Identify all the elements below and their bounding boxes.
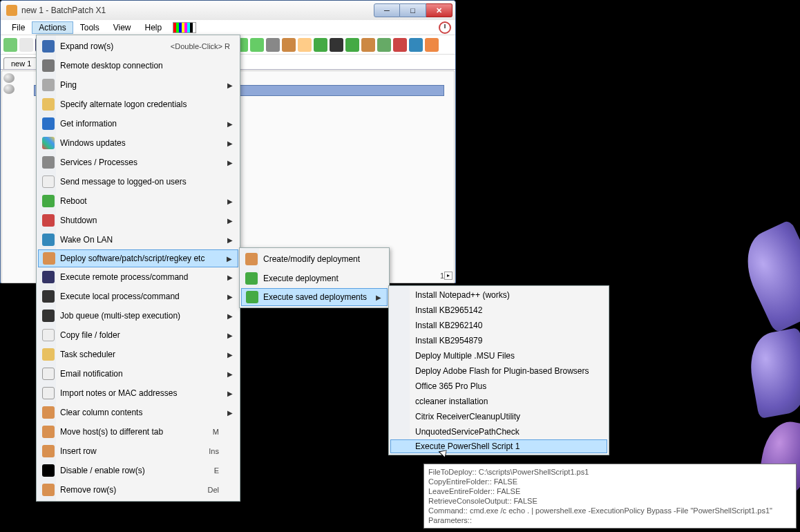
- mouse-cursor: [441, 448, 450, 460]
- clock-icon[interactable]: [439, 21, 451, 34]
- menu-item[interactable]: Deploy Multiple .MSU Files: [390, 348, 607, 363]
- maximize-button[interactable]: □: [400, 3, 426, 17]
- toolbar-button[interactable]: [345, 38, 359, 52]
- toolbar-button[interactable]: [3, 38, 17, 52]
- menu-item[interactable]: Install KB2965142: [390, 303, 607, 318]
- menu-item[interactable]: Ping▶: [38, 75, 238, 95]
- shut-icon: [42, 214, 55, 227]
- menu-item[interactable]: Task scheduler▶: [38, 345, 238, 364]
- close-button[interactable]: ✕: [426, 3, 453, 17]
- menu-item-label: Install KB2962140: [415, 321, 482, 330]
- menu-item-label: Deploy Multiple .MSU Files: [415, 351, 515, 361]
- menu-shortcut: Ins: [209, 447, 219, 455]
- toolbar-button[interactable]: [330, 38, 343, 52]
- toolbar-button[interactable]: [19, 38, 33, 52]
- menu-item-label: UnquotedServicePathCheck: [415, 427, 520, 437]
- menu-item[interactable]: Office 365 Pro Plus: [390, 379, 607, 394]
- check-icon: [246, 291, 258, 303]
- toolbar-button[interactable]: [298, 38, 312, 52]
- toolbar-button[interactable]: [314, 38, 327, 52]
- menu-item[interactable]: Get information▶: [38, 114, 238, 133]
- menu-item-label: Execute deployment: [263, 274, 339, 283]
- toolbar-button[interactable]: [282, 38, 296, 52]
- menu-tools[interactable]: Tools: [73, 21, 106, 34]
- menu-item[interactable]: Copy file / folder▶: [38, 325, 238, 345]
- toolbar-button[interactable]: [250, 38, 264, 52]
- menu-item[interactable]: Execute deployment: [241, 269, 388, 288]
- menu-item[interactable]: Install KB2954879: [390, 333, 607, 348]
- menu-help[interactable]: Help: [138, 21, 169, 34]
- menu-item-label: Email notification: [60, 369, 123, 379]
- menu-item[interactable]: Job queue (multi-step execution)▶: [38, 306, 238, 325]
- menu-item[interactable]: Remote desktop connection: [38, 56, 238, 75]
- toolbar-button[interactable]: [409, 38, 423, 52]
- toolbar-button[interactable]: [425, 38, 439, 52]
- menu-item-label: Send message to logged-on users: [60, 177, 187, 187]
- submenu-arrow-icon: ▶: [227, 332, 233, 339]
- menu-accelerator: <Double-Click> R: [171, 42, 230, 50]
- submenu-arrow-icon: ▶: [227, 198, 233, 205]
- menu-item[interactable]: Reboot▶: [38, 191, 238, 211]
- submenu-arrow-icon: ▶: [227, 351, 233, 359]
- toolbar-button[interactable]: [393, 38, 407, 52]
- menu-view[interactable]: View: [106, 21, 138, 34]
- tooltip-line: LeaveEntireFolder:: FALSE: [428, 486, 792, 496]
- menu-item-label: Copy file / folder: [60, 330, 120, 340]
- minimize-button[interactable]: ─: [374, 3, 400, 17]
- menu-shortcut: M: [213, 428, 219, 436]
- menu-item[interactable]: Execute remote process/command▶: [38, 267, 238, 287]
- menu-item[interactable]: Specify alternate logon credentials: [38, 95, 238, 114]
- submenu-arrow-icon: ▶: [227, 217, 233, 225]
- toolbar-button[interactable]: [377, 38, 391, 52]
- menu-item-label: Import notes or MAC addresses: [60, 388, 177, 398]
- menu-item[interactable]: UnquotedServicePathCheck: [390, 424, 607, 439]
- menu-item[interactable]: Import notes or MAC addresses▶: [38, 383, 238, 403]
- menu-item[interactable]: Deploy Adobe Flash for Plugin-based Brow…: [390, 363, 607, 379]
- email-icon: [42, 368, 55, 380]
- menu-item-label: Reboot: [60, 196, 87, 206]
- menu-item-label: Execute saved deployments: [263, 292, 367, 302]
- menu-item[interactable]: Remove row(s)Del: [38, 480, 238, 500]
- grid-row[interactable]: [3, 84, 15, 95]
- menu-item-label: Remote desktop connection: [60, 61, 163, 70]
- menu-item-label: Wake On LAN: [60, 235, 113, 245]
- titlebar[interactable]: new 1 - BatchPatch X1 ─ □ ✕: [1, 1, 455, 20]
- wol-icon: [42, 234, 55, 246]
- menu-item-label: Disable / enable row(s): [60, 466, 145, 475]
- scroll-right-button[interactable]: ▸: [444, 272, 453, 280]
- grid-row[interactable]: [3, 73, 15, 84]
- menu-item[interactable]: Wake On LAN▶: [38, 230, 238, 249]
- menu-item[interactable]: Execute local process/command▶: [38, 287, 238, 306]
- msg-icon: [42, 175, 55, 188]
- tab-new1[interactable]: new 1: [3, 57, 39, 69]
- menu-item[interactable]: Email notification▶: [38, 364, 238, 383]
- menu-item[interactable]: Install Notepad++ (works): [390, 287, 607, 303]
- menu-file[interactable]: File: [5, 21, 32, 34]
- menu-item[interactable]: Send message to logged-on users: [38, 172, 238, 191]
- expand-icon: [42, 40, 55, 53]
- info-icon: [42, 117, 55, 130]
- menu-item[interactable]: Execute saved deployments▶: [241, 288, 388, 306]
- menu-item[interactable]: Execute PowerShell Script 1: [390, 439, 607, 453]
- menu-item-label: Windows updates: [60, 138, 126, 148]
- menu-item[interactable]: Shutdown▶: [38, 211, 238, 230]
- menu-item[interactable]: Insert rowIns: [38, 441, 238, 461]
- menu-item[interactable]: ccleaner installation: [390, 394, 607, 409]
- menu-item[interactable]: Move host(s) to different tabM: [38, 422, 238, 441]
- color-grid-icon[interactable]: [173, 22, 196, 33]
- menu-item[interactable]: Citrix ReceiverCleanupUtility: [390, 409, 607, 424]
- lock-icon: [42, 98, 55, 111]
- menu-item[interactable]: Disable / enable row(s)E: [38, 461, 238, 480]
- menu-actions[interactable]: Actions: [32, 21, 73, 34]
- menu-item[interactable]: Clear column contents▶: [38, 403, 238, 422]
- menu-item[interactable]: Services / Processes▶: [38, 153, 238, 172]
- menu-item[interactable]: Expand row(s)<Double-Click> R: [38, 37, 238, 56]
- menu-item[interactable]: Create/modify deployment: [241, 249, 388, 269]
- row-header-icon: [3, 84, 15, 94]
- remote-icon: [42, 271, 55, 283]
- menu-item[interactable]: Deploy software/patch/script/regkey etc▶: [38, 249, 238, 267]
- toolbar-button[interactable]: [266, 38, 280, 52]
- menu-item[interactable]: Windows updates▶: [38, 133, 238, 153]
- menu-item[interactable]: Install KB2962140: [390, 318, 607, 333]
- toolbar-button[interactable]: [361, 38, 375, 52]
